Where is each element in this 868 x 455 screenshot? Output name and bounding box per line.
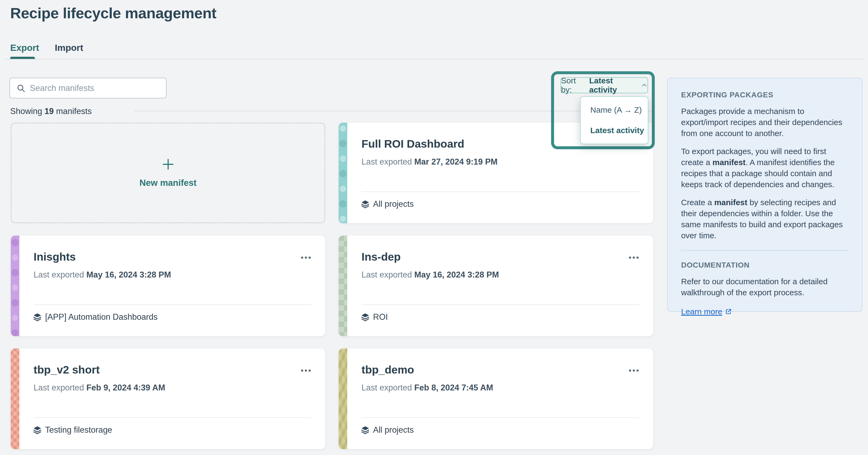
project-name: All projects [373, 425, 414, 435]
manifest-color-stripe [339, 235, 347, 336]
layers-icon [361, 312, 370, 322]
sort-option-name-az[interactable]: Name (A → Z) [590, 106, 638, 115]
kebab-menu-icon[interactable] [300, 255, 312, 260]
header-divider [5, 59, 863, 59]
manifest-name: tbp_demo [362, 364, 414, 376]
card-divider [362, 417, 639, 418]
external-link-icon [725, 308, 732, 315]
manifest-name: Ins-dep [362, 251, 401, 263]
last-exported-label: Last exported [34, 383, 86, 392]
kebab-menu-icon[interactable] [300, 368, 312, 373]
sort-dropdown-menu: Name (A → Z) Latest activity [580, 96, 648, 144]
last-exported-label: Last exported [34, 270, 86, 279]
last-exported-line: Last exported Feb 9, 2024 4:39 AM [34, 383, 165, 393]
kebab-menu-icon[interactable] [627, 368, 640, 373]
manifest-color-stripe [11, 235, 19, 336]
last-exported-date: May 16, 2024 3:28 PM [86, 270, 171, 279]
sort-by-label: Sort by: [561, 76, 587, 94]
new-manifest-label: New manifest [140, 178, 196, 188]
kebab-menu-icon[interactable] [627, 255, 640, 260]
last-exported-line: Last exported May 16, 2024 3:28 PM [362, 270, 499, 280]
project-line: All projects [361, 199, 414, 209]
sort-by-dropdown-button[interactable]: Sort by: Latest activity [560, 77, 648, 93]
last-exported-label: Last exported [362, 157, 414, 167]
manifest-name: tbp_v2 short [34, 364, 100, 376]
manifest-name: Full ROI Dashboard [362, 138, 464, 150]
manifest-name: Inisghts [34, 251, 76, 263]
manifest-card[interactable]: tbp_demo Last exported Feb 8, 2024 7:45 … [339, 348, 653, 449]
card-divider [34, 417, 311, 418]
project-line: [APP] Automation Dashboards [33, 312, 158, 322]
layers-icon [33, 425, 42, 434]
tab-import[interactable]: Import [55, 42, 83, 53]
recipe-lifecycle-page: Recipe lifecycle management Export Impor… [0, 0, 868, 455]
last-exported-label: Last exported [362, 270, 414, 279]
results-divider [134, 111, 653, 111]
layers-icon [361, 200, 370, 209]
chevron-up-icon [641, 82, 648, 88]
info-paragraph: To export packages, you will need to fir… [681, 146, 848, 190]
last-exported-date: May 16, 2024 3:28 PM [414, 270, 499, 279]
project-line: ROI [361, 312, 388, 322]
sort-by-value: Latest activity [589, 76, 639, 94]
project-name: Testing filestorage [45, 425, 112, 435]
info-paragraph: Refer to our documentation for a detaile… [681, 276, 848, 298]
panel-divider [681, 250, 848, 251]
card-divider [34, 305, 311, 305]
card-divider [362, 192, 639, 192]
search-input[interactable] [30, 83, 159, 93]
search-manifests-box[interactable] [9, 78, 166, 98]
manifest-color-stripe [339, 348, 347, 449]
export-info-panel: EXPORTING PACKAGES Packages provide a me… [667, 78, 862, 312]
card-divider [362, 305, 639, 305]
learn-more-label: Learn more [681, 307, 722, 316]
manifest-color-stripe [339, 123, 347, 223]
last-exported-line: Last exported Feb 8, 2024 7:45 AM [362, 383, 493, 393]
project-name: All projects [373, 199, 414, 209]
page-title: Recipe lifecycle management [10, 4, 216, 22]
manifest-card[interactable]: Ins-dep Last exported May 16, 2024 3:28 … [339, 235, 653, 336]
info-paragraph: Create a manifest by selecting recipes a… [681, 197, 848, 241]
plus-icon [162, 158, 175, 171]
last-exported-line: Last exported May 16, 2024 3:28 PM [34, 270, 171, 280]
exporting-packages-heading: EXPORTING PACKAGES [681, 91, 848, 99]
last-exported-date: Feb 8, 2024 7:45 AM [414, 383, 493, 392]
manifest-color-stripe [11, 348, 19, 449]
tab-export[interactable]: Export [10, 42, 39, 53]
last-exported-date: Feb 9, 2024 4:39 AM [86, 383, 165, 392]
project-name: ROI [373, 312, 388, 322]
last-exported-line: Last exported Mar 27, 2024 9:19 PM [362, 157, 498, 167]
info-paragraph: Packages provide a mechanism to export/i… [681, 106, 848, 139]
documentation-heading: DOCUMENTATION [681, 261, 848, 269]
learn-more-link[interactable]: Learn more [681, 307, 732, 316]
project-name: [APP] Automation Dashboards [45, 312, 158, 322]
results-summary: Showing 19 manifests [10, 107, 92, 116]
manifest-card[interactable]: tbp_v2 short Last exported Feb 9, 2024 4… [11, 348, 325, 449]
layers-icon [33, 312, 42, 322]
last-exported-label: Last exported [362, 383, 414, 392]
project-line: All projects [361, 425, 414, 435]
manifest-card[interactable]: Inisghts Last exported May 16, 2024 3:28… [11, 235, 325, 336]
layers-icon [361, 425, 370, 434]
last-exported-date: Mar 27, 2024 9:19 PM [414, 157, 497, 167]
search-icon [17, 84, 26, 93]
project-line: Testing filestorage [33, 425, 112, 435]
new-manifest-card[interactable]: New manifest [11, 123, 325, 223]
manifest-grid: New manifest Full ROI Dashboard Last exp… [11, 123, 653, 449]
sort-option-latest-activity[interactable]: Latest activity [590, 126, 638, 135]
